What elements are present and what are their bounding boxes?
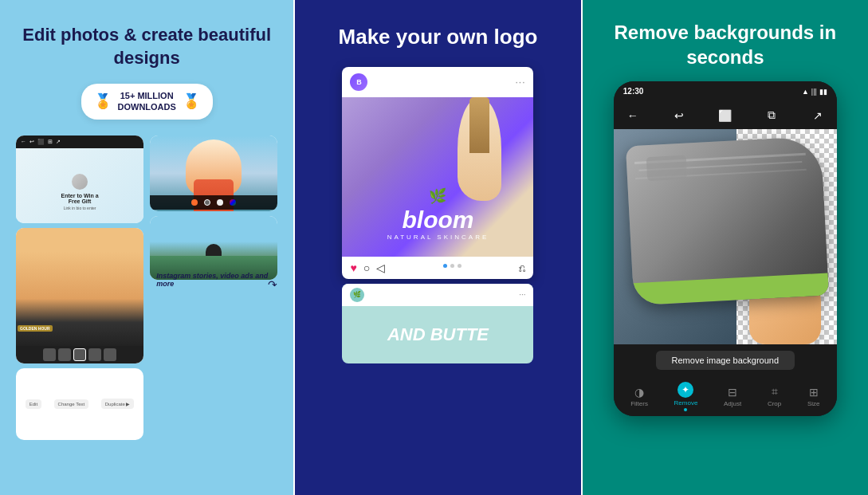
- phone-status-bar: 12:30 ▲ ||| ▮▮: [614, 81, 837, 101]
- portrait-face: GOLDEN HOUR: [16, 228, 143, 346]
- change-text-button[interactable]: Change Text: [54, 399, 89, 409]
- filters-icon: ◑: [634, 386, 644, 399]
- heart-icon[interactable]: ♥: [350, 261, 356, 274]
- panel-logo: Make your own logo B ··· 🌿 bloom NATURAL…: [295, 0, 580, 495]
- adjust-label: Adjust: [724, 400, 741, 407]
- filter-thumb-3: [73, 348, 86, 361]
- color-toolbar: [150, 195, 277, 210]
- insta-avatar: B: [350, 73, 367, 91]
- remove-tool[interactable]: ✦ Remove: [670, 380, 703, 413]
- remove-icon-active: ✦: [678, 382, 693, 398]
- comment-icon[interactable]: ○: [363, 261, 370, 274]
- phone-col-right: Instagram stories, video ads and more ↷: [150, 136, 277, 440]
- insta-post-image: 🌿 bloom NATURAL SKINCARE: [342, 97, 533, 257]
- active-indicator: [684, 408, 687, 411]
- phone-content-area: [614, 129, 837, 344]
- landscape-mock: [150, 216, 277, 280]
- shoe-image: [630, 141, 825, 301]
- status-time: 12:30: [623, 87, 644, 96]
- shoe-area: [614, 129, 837, 344]
- adjust-icon: ⊟: [728, 386, 737, 399]
- undo-button[interactable]: ↩: [668, 104, 690, 127]
- panel-remove-bg: Remove backgrounds in seconds 12:30 ▲ ||…: [583, 0, 868, 495]
- insta-actions: ♥ ○ ◁ ⎌: [342, 257, 533, 279]
- remove-bg-label: Remove image background: [656, 351, 795, 370]
- panel-edit-photos: Edit photos & create beautiful designs 🏅…: [0, 0, 293, 495]
- filter-thumb-2: [58, 348, 71, 361]
- filters-tool[interactable]: ◑ Filters: [626, 384, 653, 409]
- insta-post-2: 🌿 ··· AND BUTTE: [342, 284, 533, 363]
- caption-area: Instagram stories, video ads and more ↷: [150, 285, 277, 291]
- instagram-caption: Instagram stories, video ads and more: [156, 272, 277, 288]
- filters-label: Filters: [630, 400, 648, 407]
- crop-tool-icon[interactable]: ⬜: [714, 104, 736, 127]
- insta-post-header: B ···: [342, 67, 533, 97]
- laurel-right-icon: 🏅: [183, 92, 200, 110]
- crop-icon: ⌗: [772, 385, 778, 399]
- remove-icon: ✦: [681, 384, 689, 395]
- insta-options-icon[interactable]: ···: [515, 77, 525, 88]
- portrait-mock: GOLDEN HOUR: [16, 228, 143, 363]
- nav-dot-2: [450, 264, 454, 268]
- panel1-headline: Edit photos & create beautiful designs: [16, 24, 277, 69]
- portrait-filters: [16, 346, 143, 363]
- color-dot-orange: [191, 199, 198, 206]
- share-icon[interactable]: ◁: [376, 261, 385, 274]
- layers-icon[interactable]: ⧉: [760, 104, 783, 127]
- size-label: Size: [807, 400, 820, 407]
- leaf-icon: 🌿: [342, 187, 533, 205]
- toolbar-mock[interactable]: Edit Change Text Duplicate ▶: [16, 368, 143, 440]
- award-text: 15+ MILLION DOWNLOADS: [118, 90, 176, 113]
- save-icon[interactable]: ⎌: [519, 261, 525, 274]
- crop-tool[interactable]: ⌗ Crop: [763, 383, 786, 409]
- golden-hour-label: GOLDEN HOUR: [18, 325, 53, 332]
- bloom-brand-text: bloom: [342, 206, 533, 234]
- color-dot-white: [217, 199, 223, 206]
- bloom-tagline: NATURAL SKINCARE: [342, 234, 533, 241]
- export-icon[interactable]: ↗: [807, 104, 829, 127]
- story-card-mock: ← ↩ ⬛ ⊞ ↗ Enter to Win aFree Gift Link i…: [16, 136, 143, 223]
- phone-bottom-toolbar[interactable]: ◑ Filters ✦ Remove ⊟ Adjust ⌗ Crop ⊞ Siz…: [614, 376, 837, 416]
- phone-top-toolbar: ← ↩ ⬜ ⧉ ↗: [614, 101, 837, 129]
- status-icons: ▲ ||| ▮▮: [802, 88, 827, 96]
- panel3-headline: Remove backgrounds in seconds: [595, 20, 856, 69]
- nav-dot-3: [458, 264, 461, 268]
- adjust-tool[interactable]: ⊟ Adjust: [719, 384, 746, 409]
- color-dot-gray: [204, 199, 210, 206]
- size-icon: ⊞: [809, 386, 819, 399]
- laurel-left-icon: 🏅: [94, 92, 112, 110]
- award-badge: 🏅 15+ MILLION DOWNLOADS 🏅: [81, 84, 213, 120]
- remove-label: Remove: [674, 399, 698, 407]
- post2-header: 🌿 ···: [342, 284, 533, 306]
- story-card-content: Enter to Win aFree Gift Link in bio to e…: [16, 148, 143, 223]
- filter-thumb-5: [104, 348, 116, 361]
- phone-mockups: ← ↩ ⬛ ⊞ ↗ Enter to Win aFree Gift Link i…: [16, 136, 277, 440]
- story-avatar: [72, 174, 88, 190]
- post2-dots-icon: ···: [519, 290, 525, 299]
- nav-dot-1: [443, 264, 447, 268]
- crop-label: Crop: [768, 400, 781, 407]
- phone-frame: 12:30 ▲ ||| ▮▮ ← ↩ ⬜ ⧉ ↗: [614, 81, 837, 416]
- slide-dots: [443, 264, 461, 271]
- filter-thumb-4: [88, 348, 101, 361]
- edit-button[interactable]: Edit: [26, 399, 41, 409]
- wifi-icon: ▲: [802, 88, 809, 96]
- arrow-icon: ↷: [268, 278, 277, 291]
- shoe-laces: [646, 155, 687, 182]
- photo-edit-mock: [150, 136, 277, 211]
- size-tool[interactable]: ⊞ Size: [803, 384, 825, 409]
- post2-avatar: 🌿: [350, 288, 364, 302]
- bloom-logo: 🌿 bloom NATURAL SKINCARE: [342, 187, 533, 241]
- back-button[interactable]: ←: [622, 104, 644, 127]
- butter-brand-text: AND BUTTE: [387, 324, 489, 345]
- instagram-post: B ··· 🌿 bloom NATURAL SKINCARE ♥ ○ ◁: [342, 67, 533, 279]
- phone-col-left: ← ↩ ⬛ ⊞ ↗ Enter to Win aFree Gift Link i…: [16, 136, 143, 440]
- panel2-headline: Make your own logo: [339, 24, 538, 51]
- color-picker-icon: [230, 199, 236, 206]
- remove-bg-panel: Remove image background: [614, 344, 837, 376]
- signal-icon: |||: [811, 88, 817, 96]
- filter-thumb-1: [43, 348, 56, 361]
- duplicate-button[interactable]: Duplicate ▶: [101, 399, 135, 409]
- battery-icon: ▮▮: [819, 88, 827, 96]
